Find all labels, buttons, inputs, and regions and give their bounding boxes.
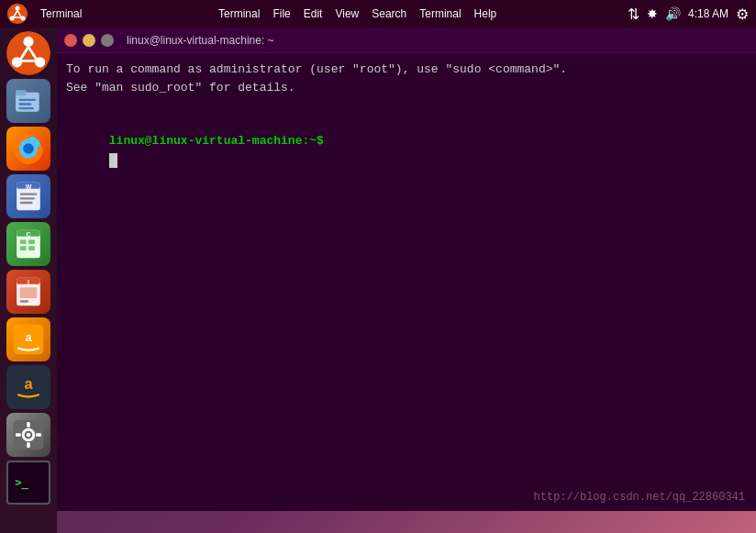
app-dock: W C I a bbox=[0, 28, 57, 533]
svg-rect-40 bbox=[27, 442, 30, 448]
svg-text:C: C bbox=[26, 231, 30, 238]
dock-amazon-store[interactable]: a bbox=[6, 365, 50, 409]
clock: 4:18 AM bbox=[688, 7, 728, 20]
system-settings-icon bbox=[9, 416, 48, 454]
svg-rect-39 bbox=[27, 422, 30, 428]
menu-help[interactable]: Help bbox=[469, 6, 503, 22]
topbar-right: ⇅ ✸ 🔊 4:18 AM ⚙ bbox=[628, 6, 749, 23]
terminal-prompt: linux@linux-virtual-machine:~$ bbox=[66, 115, 747, 186]
svg-rect-17 bbox=[20, 197, 35, 199]
menu-view[interactable]: View bbox=[329, 6, 364, 22]
dock-system-settings[interactable] bbox=[6, 413, 50, 457]
svg-rect-11 bbox=[19, 107, 34, 109]
svg-rect-10 bbox=[19, 103, 32, 105]
svg-rect-24 bbox=[20, 246, 27, 250]
amazon-app-icon: a bbox=[9, 320, 48, 359]
writer-icon: W bbox=[9, 177, 48, 216]
volume-icon: 🔊 bbox=[665, 6, 681, 21]
svg-point-13 bbox=[23, 143, 34, 154]
svg-rect-8 bbox=[16, 90, 27, 95]
svg-rect-23 bbox=[28, 239, 35, 244]
dock-libreoffice-writer[interactable]: W bbox=[6, 174, 50, 218]
svg-rect-16 bbox=[20, 194, 38, 195]
svg-text:>_: >_ bbox=[15, 476, 28, 490]
menu-edit[interactable]: Edit bbox=[298, 6, 328, 22]
sort-icon: ⇅ bbox=[628, 6, 639, 23]
amazon-store-icon: a bbox=[9, 368, 48, 406]
settings-icon[interactable]: ⚙ bbox=[736, 6, 749, 23]
terminal-body[interactable]: To run a command as administrator (user … bbox=[57, 53, 756, 511]
window-maximize-button[interactable] bbox=[101, 34, 114, 47]
dock-amazon-app[interactable]: a bbox=[6, 317, 50, 361]
menu-terminal[interactable]: Terminal bbox=[213, 6, 265, 22]
topbar-terminal-label[interactable]: Terminal bbox=[35, 6, 87, 22]
terminal-line-1: To run a command as administrator (user … bbox=[66, 61, 747, 79]
svg-rect-30 bbox=[20, 300, 28, 302]
ubuntu-circle-icon bbox=[9, 34, 48, 72]
dock-libreoffice-impress[interactable]: I bbox=[6, 270, 50, 314]
dock-ubuntu[interactable] bbox=[6, 31, 50, 75]
menu-file[interactable]: File bbox=[267, 6, 295, 22]
system-topbar: Terminal Terminal File Edit View Search … bbox=[0, 0, 756, 28]
terminal-cursor bbox=[109, 153, 117, 168]
terminal-small-icon: >_ bbox=[9, 463, 48, 502]
terminal-titlebar: linux@linux-virtual-machine: ~ bbox=[57, 28, 756, 53]
dock-terminal[interactable]: >_ bbox=[6, 461, 50, 505]
svg-rect-25 bbox=[28, 246, 35, 250]
firefox-icon bbox=[9, 129, 48, 168]
terminal-line-2: See "man sudo_root" for details. bbox=[66, 79, 747, 97]
prompt-text: linux@linux-virtual-machine:~$ bbox=[109, 134, 324, 148]
window-minimize-button[interactable] bbox=[83, 34, 95, 47]
svg-rect-18 bbox=[20, 202, 33, 204]
svg-point-38 bbox=[27, 433, 31, 438]
terminal-window: linux@linux-virtual-machine: ~ To run a … bbox=[57, 28, 756, 533]
svg-rect-9 bbox=[19, 99, 37, 101]
dock-files[interactable] bbox=[6, 79, 50, 123]
svg-rect-41 bbox=[16, 433, 21, 437]
app-menu-bar: Terminal File Edit View Search Terminal … bbox=[213, 6, 502, 22]
calc-icon: C bbox=[9, 225, 48, 263]
svg-text:a: a bbox=[24, 375, 33, 392]
watermark: http://blog.csdn.net/qq_22860341 bbox=[534, 491, 745, 504]
terminal-empty bbox=[66, 96, 747, 115]
menu-search[interactable]: Search bbox=[366, 6, 412, 22]
impress-icon: I bbox=[9, 272, 48, 311]
dock-libreoffice-calc[interactable]: C bbox=[6, 222, 50, 266]
dock-firefox[interactable] bbox=[6, 127, 50, 171]
ubuntu-logo-icon bbox=[7, 4, 28, 24]
svg-text:I: I bbox=[28, 279, 29, 285]
window-title: linux@linux-virtual-machine: ~ bbox=[127, 34, 274, 47]
topbar-left: Terminal bbox=[7, 4, 87, 24]
svg-text:W: W bbox=[26, 183, 32, 190]
svg-rect-42 bbox=[36, 433, 41, 437]
svg-rect-22 bbox=[20, 239, 27, 244]
window-close-button[interactable] bbox=[64, 34, 77, 47]
menu-terminal2[interactable]: Terminal bbox=[414, 6, 466, 22]
files-icon bbox=[9, 82, 48, 120]
svg-text:a: a bbox=[25, 330, 32, 344]
svg-rect-29 bbox=[20, 287, 38, 298]
bluetooth-icon: ✸ bbox=[647, 6, 658, 21]
